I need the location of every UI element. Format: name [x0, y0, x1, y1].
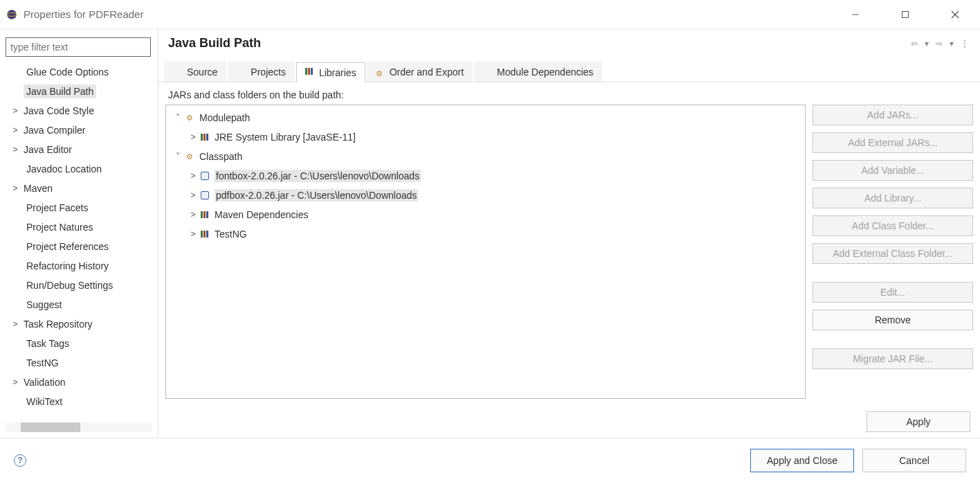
tree-item[interactable]: >JRE System Library [JavaSE-11] — [166, 127, 805, 147]
header-nav-icons: ⇦ ▾ ⇨ ▾ ⋮ — [909, 39, 970, 48]
chevron-down-icon[interactable]: ˅ — [172, 113, 184, 123]
tab-order-and-export[interactable]: ⚙Order and Export — [367, 62, 473, 82]
chevron-right-icon[interactable]: > — [187, 132, 199, 142]
sidebar-item-label: Project Natures — [24, 220, 96, 234]
sidebar-item-project-references[interactable]: Project References — [6, 237, 152, 256]
svg-rect-3 — [902, 11, 909, 17]
tab-label: Projects — [251, 66, 286, 78]
sidebar-item-java-editor[interactable]: >Java Editor — [6, 140, 152, 159]
sidebar-item-testng[interactable]: TestNG — [6, 353, 152, 373]
svg-point-0 — [7, 10, 17, 19]
subheading: JARs and class folders on the build path… — [158, 82, 980, 105]
library-icon — [199, 229, 210, 240]
maximize-button[interactable] — [891, 5, 919, 24]
minimize-button[interactable] — [842, 5, 869, 24]
tree-item[interactable]: >pdfbox-2.0.26.jar - C:\Users\lenovo\Dow… — [166, 186, 805, 205]
tree-classpath[interactable]: ˅⚙Classpath — [166, 147, 805, 166]
titlebar: Properties for PDFReader — [0, 0, 980, 29]
tree-item[interactable]: >fontbox-2.0.26.jar - C:\Users\lenovo\Do… — [166, 166, 805, 186]
package-icon — [173, 67, 183, 77]
tree-item[interactable]: >Maven Dependencies — [166, 205, 805, 224]
add-library-button[interactable]: Add Library... — [813, 188, 973, 208]
tab-label: Order and Export — [390, 66, 464, 78]
back-icon[interactable]: ⇦ — [909, 39, 919, 48]
chevron-right-icon[interactable]: > — [187, 190, 199, 200]
sidebar-item-refactoring-history[interactable]: Refactoring History — [6, 256, 152, 276]
sidebar-item-project-natures[interactable]: Project Natures — [6, 217, 152, 237]
tree-item-label: Modulepath — [199, 112, 250, 123]
tab-label: Source — [187, 66, 217, 78]
chevron-right-icon[interactable]: > — [187, 210, 199, 220]
chevron-right-icon[interactable]: > — [187, 171, 199, 181]
add-external-class-folder-button[interactable]: Add External Class Folder... — [813, 243, 973, 264]
button-column: Add JARs... Add External JARs... Add Var… — [813, 105, 973, 399]
jar-icon — [199, 190, 210, 201]
library-icon — [305, 68, 315, 78]
sidebar-item-javadoc-location[interactable]: Javadoc Location — [6, 159, 152, 179]
tab-libraries[interactable]: Libraries — [296, 62, 365, 82]
tree-item-label: pdfbox-2.0.26.jar - C:\Users\lenovo\Down… — [215, 189, 418, 202]
edit-button[interactable]: Edit... — [813, 282, 973, 303]
build-path-tree[interactable]: ˅⚙Modulepath>JRE System Library [JavaSE-… — [165, 105, 806, 399]
sidebar-item-project-facets[interactable]: Project Facets — [6, 198, 152, 217]
sidebar-item-run-debug-settings[interactable]: Run/Debug Settings — [6, 276, 152, 295]
eclipse-icon — [6, 8, 18, 21]
sidebar-item-java-code-style[interactable]: >Java Code Style — [6, 101, 152, 120]
sidebar-item-label: Java Editor — [21, 143, 75, 157]
sidebar-item-label: Project References — [24, 240, 111, 253]
migrate-jar-button[interactable]: Migrate JAR File... — [813, 348, 973, 369]
close-button[interactable] — [941, 5, 969, 24]
cancel-button[interactable]: Cancel — [862, 449, 966, 472]
sidebar-item-glue-code-options[interactable]: Glue Code Options — [6, 62, 152, 82]
tab-projects[interactable]: Projects — [228, 62, 295, 82]
sidebar-item-label: WikiText — [24, 395, 65, 409]
sidebar-hscroll[interactable] — [6, 422, 152, 432]
chevron-right-icon[interactable]: > — [187, 229, 199, 239]
library-icon — [199, 209, 210, 220]
gear-icon: ⚙ — [376, 67, 385, 77]
back-menu-icon[interactable]: ▾ — [923, 39, 930, 48]
tab-module-dependencies[interactable]: Module Dependencies — [474, 62, 602, 82]
tree-modulepath[interactable]: ˅⚙Modulepath — [166, 108, 805, 127]
tree-item[interactable]: >TestNG — [166, 224, 805, 244]
menu-icon[interactable]: ⋮ — [959, 39, 970, 48]
sidebar-item-label: Task Tags — [24, 337, 72, 350]
tree-item-label: JRE System Library [JavaSE-11] — [215, 132, 356, 143]
sidebar-item-label: Validation — [21, 375, 68, 389]
gear-icon: ⚙ — [184, 112, 195, 123]
add-jars-button[interactable]: Add JARs... — [813, 105, 973, 125]
sidebar-item-suggest[interactable]: Suggest — [6, 295, 152, 314]
window-title: Properties for PDFReader — [24, 8, 143, 20]
tab-label: Module Dependencies — [497, 66, 593, 78]
sidebar-item-label: Maven — [21, 181, 55, 195]
sidebar-item-task-tags[interactable]: Task Tags — [6, 334, 152, 353]
chevron-down-icon[interactable]: ˅ — [172, 152, 184, 161]
tree-item-label: fontbox-2.0.26.jar - C:\Users\lenovo\Dow… — [215, 170, 421, 182]
add-variable-button[interactable]: Add Variable... — [813, 160, 973, 181]
sidebar-item-task-repository[interactable]: >Task Repository — [6, 314, 152, 334]
sidebar-item-label: Java Code Style — [21, 104, 97, 118]
main-panel: Java Build Path ⇦ ▾ ⇨ ▾ ⋮ SourceProjects… — [158, 29, 980, 438]
sidebar-item-validation[interactable]: >Validation — [6, 373, 152, 392]
forward-menu-icon[interactable]: ▾ — [948, 39, 955, 48]
sidebar-item-wikitext[interactable]: WikiText — [6, 392, 152, 411]
remove-button[interactable]: Remove — [813, 310, 973, 330]
add-class-folder-button[interactable]: Add Class Folder... — [813, 215, 973, 236]
sidebar-item-java-build-path[interactable]: Java Build Path — [6, 82, 152, 101]
tree-item-label: Maven Dependencies — [215, 209, 308, 220]
sidebar-item-maven[interactable]: >Maven — [6, 179, 152, 198]
module-icon — [483, 67, 493, 77]
sidebar-item-label: Refactoring History — [24, 259, 111, 273]
filter-input[interactable] — [6, 37, 151, 57]
apply-and-close-button[interactable]: Apply and Close — [750, 449, 854, 472]
page-title: Java Build Path — [168, 36, 261, 51]
sidebar-item-label: Glue Code Options — [24, 65, 111, 79]
sidebar-item-label: Java Build Path — [24, 84, 96, 98]
sidebar-item-label: Run/Debug Settings — [24, 278, 116, 292]
help-icon[interactable]: ? — [14, 454, 26, 467]
add-external-jars-button[interactable]: Add External JARs... — [813, 132, 973, 153]
apply-button[interactable]: Apply — [866, 411, 970, 432]
sidebar-item-java-compiler[interactable]: >Java Compiler — [6, 120, 152, 140]
forward-icon[interactable]: ⇨ — [934, 39, 944, 48]
tab-source[interactable]: Source — [164, 62, 226, 82]
